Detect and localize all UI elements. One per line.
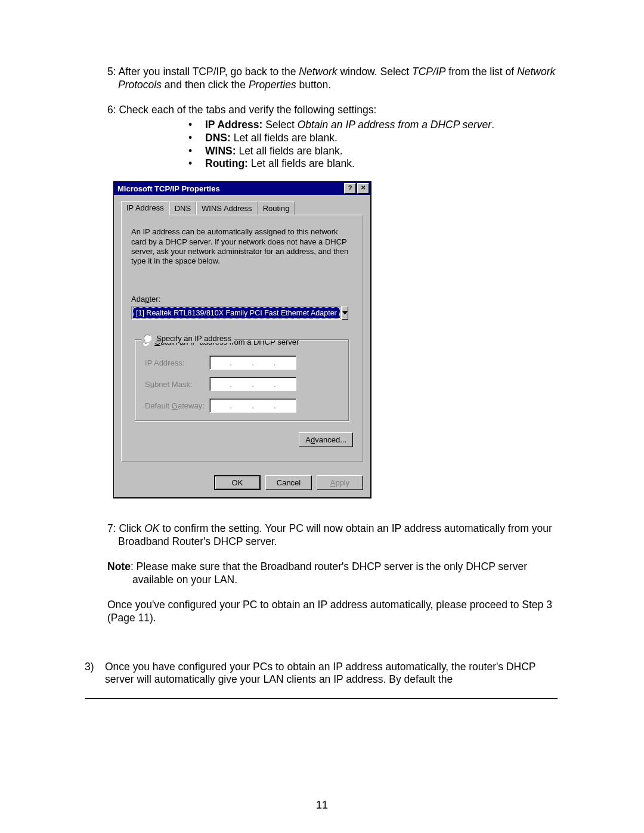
- subnet-mask-label: Subnet Mask:: [145, 380, 209, 389]
- tabstrip: IP Address DNS WINS Address Routing: [121, 201, 363, 215]
- tab-routing[interactable]: Routing: [258, 202, 295, 215]
- radio-icon: [144, 335, 151, 342]
- close-button[interactable]: ✕: [357, 183, 369, 194]
- adapter-selected-value: [1] Realtek RTL8139/810X Family PCI Fast…: [133, 307, 340, 318]
- step-6: 6: Check each of the tabs and verify the…: [107, 104, 558, 116]
- page-number: 11: [0, 799, 644, 812]
- tab-wins-address[interactable]: WINS Address: [196, 202, 258, 215]
- bullet-wins: WINS: Let all fields are blank.: [188, 145, 558, 158]
- tcpip-properties-dialog-figure: Microsoft TCP/IP Properties ? ✕ IP Addre…: [113, 181, 558, 498]
- ip-address-input[interactable]: ...: [209, 355, 296, 370]
- cancel-button[interactable]: Cancel: [265, 475, 312, 490]
- adapter-dropdown-button[interactable]: [342, 306, 348, 320]
- specify-ip-groupbox: Specify an IP address IP Address: ... Su…: [135, 339, 349, 422]
- apply-button[interactable]: Apply: [317, 475, 363, 490]
- tab-panel-ip-address: An IP address can be automatically assig…: [121, 215, 363, 462]
- proceed-text: Once you've configured your PC to obtain…: [107, 599, 558, 625]
- subnet-mask-input[interactable]: ...: [209, 377, 296, 391]
- bullet-dns: DNS: Let all fields are blank.: [188, 132, 558, 145]
- adapter-combobox[interactable]: [1] Realtek RTL8139/810X Family PCI Fast…: [131, 306, 346, 320]
- bullet-routing: Routing: Let all fields are blank.: [188, 157, 558, 171]
- advanced-button[interactable]: Advanced...: [299, 432, 353, 447]
- adapter-label: Adapter:: [131, 295, 353, 304]
- ip-address-label: IP Address:: [145, 358, 209, 367]
- dialog-button-row: OK Cancel Apply: [114, 469, 370, 497]
- chevron-down-icon: [342, 311, 348, 315]
- default-gateway-label: Default Gateway:: [145, 401, 209, 410]
- step-3: 3) Once you have configured your PCs to …: [85, 661, 558, 687]
- svg-marker-0: [342, 311, 348, 315]
- bullet-ip-address: IP Address: Select Obtain an IP address …: [188, 119, 558, 132]
- dialog-title: Microsoft TCP/IP Properties: [117, 184, 343, 193]
- ok-button[interactable]: OK: [214, 475, 261, 490]
- step-7: 7: Click OK to confirm the setting. Your…: [107, 522, 558, 549]
- step-6-bullets: IP Address: Select Obtain an IP address …: [107, 119, 558, 171]
- note: Note: Please make sure that the Broadban…: [107, 561, 558, 587]
- titlebar: Microsoft TCP/IP Properties ? ✕: [114, 182, 370, 195]
- ip-description-text: An IP address can be automatically assig…: [131, 227, 353, 266]
- tab-ip-address[interactable]: IP Address: [121, 201, 169, 215]
- tab-dns[interactable]: DNS: [169, 202, 196, 215]
- radio-specify-ip[interactable]: Specify an IP address: [141, 334, 234, 343]
- footer-rule: [85, 698, 558, 699]
- default-gateway-input[interactable]: ...: [209, 398, 296, 413]
- help-button[interactable]: ?: [344, 183, 356, 194]
- step-5: 5: After you install TCP/IP, go back to …: [107, 66, 558, 92]
